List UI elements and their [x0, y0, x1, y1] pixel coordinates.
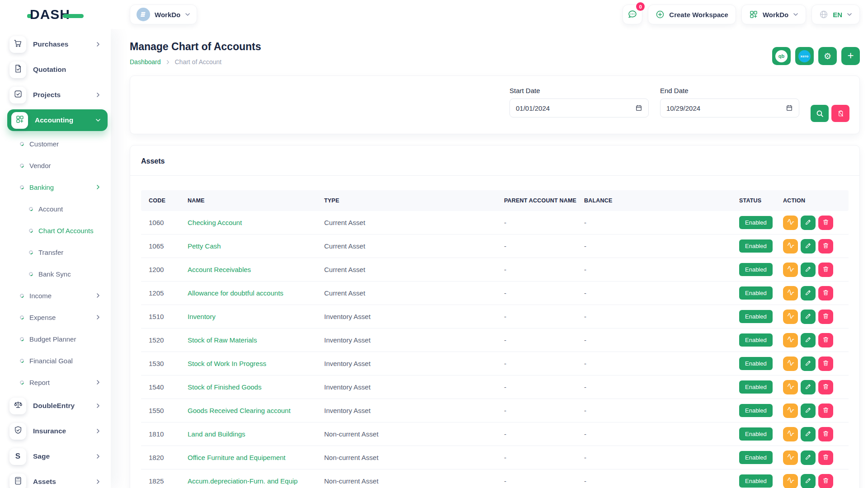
edit-button[interactable]	[801, 380, 816, 394]
sidebar-item-sage[interactable]: SSage	[0, 444, 111, 469]
journal-entry-button[interactable]	[783, 427, 798, 441]
delete-button[interactable]	[818, 404, 833, 418]
wave-icon	[787, 312, 794, 321]
apply-filter-button[interactable]	[811, 105, 829, 122]
cell-type: Inventory Asset	[324, 383, 504, 391]
delete-button[interactable]	[818, 380, 833, 394]
sidebar-icon-tile	[9, 474, 26, 488]
delete-button[interactable]	[818, 239, 833, 253]
sidebar-item-report[interactable]: Report	[0, 371, 111, 393]
sidebar-item-accounting[interactable]: Accounting	[0, 108, 111, 133]
edit-button[interactable]	[801, 263, 816, 277]
journal-entry-button[interactable]	[783, 450, 798, 465]
delete-button[interactable]	[818, 357, 833, 371]
account-name-link[interactable]: Goods Received Clearing account	[188, 407, 324, 414]
account-name-link[interactable]: Stock of Finished Goods	[188, 383, 324, 391]
edit-button[interactable]	[801, 216, 816, 230]
sidebar-item-vendor[interactable]: Vendor	[0, 155, 111, 176]
page-header: Manage Chart of Accounts Dashboard Chart…	[130, 38, 860, 66]
journal-entry-button[interactable]	[783, 357, 798, 371]
pencil-icon	[805, 266, 811, 274]
delete-button[interactable]	[818, 474, 833, 488]
sidebar-item-bank-sync[interactable]: Bank Sync	[0, 263, 111, 285]
sidebar-item-transfer[interactable]: Transfer	[0, 241, 111, 263]
journal-entry-button[interactable]	[783, 474, 798, 488]
account-name-link[interactable]: Land and Buildings	[188, 430, 324, 438]
sidebar-item-quotation[interactable]: Quotation	[0, 57, 111, 82]
edit-button[interactable]	[801, 404, 816, 418]
table-row: 1200 Account Receivables Current Asset -…	[141, 258, 849, 282]
edit-button[interactable]	[801, 474, 816, 488]
chat-icon	[627, 9, 637, 19]
journal-entry-button[interactable]	[783, 404, 798, 418]
sidebar-item-financial-goal[interactable]: Financial Goal	[0, 350, 111, 371]
edit-button[interactable]	[801, 333, 816, 347]
start-date-input[interactable]: 01/01/2024	[509, 99, 649, 117]
sidebar-item-chart-of-accounts[interactable]: Chart Of Accounts	[0, 220, 111, 241]
quickbooks-button[interactable]: qb	[772, 47, 791, 65]
account-name-link[interactable]: Stock of Work In Progress	[188, 360, 324, 367]
journal-entry-button[interactable]	[783, 333, 798, 347]
sidebar-item-banking[interactable]: Banking	[0, 176, 111, 198]
delete-button[interactable]	[818, 263, 833, 277]
cell-balance: -	[584, 477, 739, 485]
sidebar-item-income[interactable]: Income	[0, 285, 111, 306]
delete-button[interactable]	[818, 310, 833, 324]
workspace-avatar	[137, 8, 150, 21]
settings-button[interactable]: ⚙	[818, 47, 837, 65]
edit-button[interactable]	[801, 357, 816, 371]
language-selector[interactable]: EN	[811, 5, 860, 24]
account-name-link[interactable]: Allowance for doubtful accounts	[188, 289, 324, 297]
account-name-link[interactable]: Inventory	[188, 313, 324, 320]
status-badge: Enabled	[739, 310, 773, 323]
journal-entry-button[interactable]	[783, 263, 798, 277]
account-name-link[interactable]: Petty Cash	[188, 242, 324, 250]
sidebar-item-budget-planner[interactable]: Budget Planner	[0, 328, 111, 350]
delete-button[interactable]	[818, 450, 833, 465]
sidebar-item-projects[interactable]: Projects	[0, 82, 111, 108]
delete-button[interactable]	[818, 333, 833, 347]
account-name-link[interactable]: Checking Account	[188, 219, 324, 226]
xero-button[interactable]: xero	[795, 47, 814, 65]
breadcrumb-dashboard-link[interactable]: Dashboard	[130, 58, 161, 66]
journal-entry-button[interactable]	[783, 380, 798, 394]
wave-icon	[787, 453, 794, 462]
account-name-link[interactable]: Stock of Raw Materials	[188, 336, 324, 344]
workspace-switcher[interactable]: WorkDo	[741, 5, 806, 24]
create-workspace-button[interactable]: Create Workspace	[648, 5, 736, 24]
account-name-link[interactable]: Office Furniture and Equipement	[188, 454, 324, 461]
sidebar-item-doubleentry[interactable]: DoubleEntry	[0, 393, 111, 418]
add-account-button[interactable]: +	[841, 47, 860, 65]
edit-button[interactable]	[801, 450, 816, 465]
journal-entry-button[interactable]	[783, 239, 798, 253]
sidebar-item-insurance[interactable]: Insurance	[0, 418, 111, 444]
cell-type: Inventory Asset	[324, 313, 504, 320]
sidebar-item-assets[interactable]: Assets	[0, 469, 111, 488]
sidebar-item-purchases[interactable]: Purchases	[0, 32, 111, 57]
sidebar-item-customer[interactable]: Customer	[0, 133, 111, 155]
cell-balance: -	[584, 336, 739, 344]
journal-entry-button[interactable]	[783, 216, 798, 230]
journal-entry-button[interactable]	[783, 286, 798, 300]
account-name-link[interactable]: Accum.depreciation-Furn. and Equip	[188, 477, 324, 485]
workspace-selector[interactable]: WorkDo	[130, 5, 197, 24]
cell-type: Current Asset	[324, 289, 504, 297]
delete-button[interactable]	[818, 216, 833, 230]
bullet-icon	[19, 358, 24, 363]
delete-button[interactable]	[818, 286, 833, 300]
cell-parent: -	[504, 336, 584, 344]
journal-entry-button[interactable]	[783, 310, 798, 324]
delete-button[interactable]	[818, 427, 833, 441]
chevron-right-icon	[95, 454, 101, 459]
calendar-icon	[635, 104, 642, 112]
sidebar-item-account[interactable]: Account	[0, 198, 111, 220]
messages-button[interactable]: 0	[623, 5, 642, 24]
edit-button[interactable]	[801, 310, 816, 324]
sidebar-item-expense[interactable]: Expense	[0, 306, 111, 328]
reset-filter-button[interactable]	[831, 105, 849, 122]
account-name-link[interactable]: Account Receivables	[188, 266, 324, 273]
end-date-input[interactable]: 10/29/2024	[660, 99, 799, 117]
edit-button[interactable]	[801, 427, 816, 441]
edit-button[interactable]	[801, 239, 816, 253]
edit-button[interactable]	[801, 286, 816, 300]
